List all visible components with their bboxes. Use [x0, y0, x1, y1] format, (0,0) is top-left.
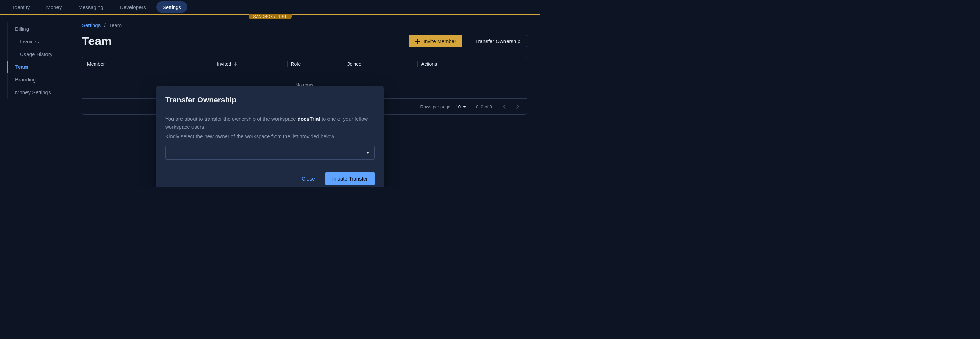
rows-per-page-label: Rows per page: — [420, 104, 452, 109]
col-actions: Actions — [417, 61, 522, 67]
sandbox-badge: SANDBOX / TEST — [249, 14, 292, 19]
rows-per-page-select[interactable]: 10 — [456, 104, 466, 109]
owner-select[interactable] — [165, 146, 375, 160]
sidebar-item-team[interactable]: Team — [6, 60, 72, 73]
table-header: Member Invited Role Joined Actions — [82, 57, 527, 71]
nav-messaging[interactable]: Messaging — [72, 2, 110, 13]
nav-money[interactable]: Money — [40, 2, 68, 13]
transfer-ownership-modal: Transfer Ownership You are about to tran… — [156, 86, 383, 187]
close-button[interactable]: Close — [300, 172, 316, 185]
initiate-transfer-button[interactable]: Initiate Transfer — [325, 172, 375, 185]
col-joined[interactable]: Joined — [344, 61, 418, 67]
rows-per-page-value: 10 — [456, 104, 461, 109]
sidebar-item-money-settings[interactable]: Money Settings — [6, 86, 72, 99]
breadcrumb-current: Team — [109, 22, 122, 28]
col-invited-label: Invited — [217, 61, 231, 67]
sidebar-item-branding[interactable]: Branding — [6, 73, 72, 86]
nav-settings[interactable]: Settings — [156, 2, 187, 13]
prev-page-icon[interactable] — [502, 103, 508, 110]
page-title: Team — [82, 34, 111, 48]
sidebar-item-billing[interactable]: Billing — [6, 22, 72, 35]
modal-line2: Kindly select the new owner of the works… — [165, 132, 375, 140]
caret-down-icon — [366, 152, 369, 154]
next-page-icon[interactable] — [514, 103, 520, 110]
modal-line1: You are about to transfer the ownership … — [165, 115, 375, 131]
plus-icon — [415, 39, 420, 44]
caret-down-icon — [463, 106, 466, 108]
sidebar-item-usage-history[interactable]: Usage History — [6, 48, 72, 60]
top-nav: Identity Money Messaging Developers Sett… — [0, 0, 540, 14]
invite-member-label: Invite Member — [423, 38, 456, 44]
breadcrumb-root[interactable]: Settings — [82, 22, 100, 28]
modal-title: Transfer Ownership — [165, 95, 375, 105]
page-range: 0–0 of 0 — [476, 104, 492, 109]
sidebar: Billing Invoices Usage History Team Bran… — [0, 22, 72, 115]
modal-workspace-name: docsTrial — [298, 116, 320, 122]
breadcrumb: Settings / Team — [82, 22, 527, 28]
modal-line1-pre: You are about to transfer the ownership … — [165, 116, 298, 122]
col-role[interactable]: Role — [287, 61, 344, 67]
breadcrumb-sep: / — [104, 22, 105, 28]
transfer-ownership-button[interactable]: Transfer Ownership — [469, 35, 527, 48]
transfer-ownership-label: Transfer Ownership — [475, 38, 520, 44]
col-invited[interactable]: Invited — [213, 61, 287, 67]
nav-identity[interactable]: Identity — [7, 2, 36, 13]
nav-developers[interactable]: Developers — [114, 2, 152, 13]
col-member[interactable]: Member — [87, 61, 213, 67]
accent-line: SANDBOX / TEST — [0, 14, 540, 15]
arrow-down-icon — [233, 62, 238, 67]
invite-member-button[interactable]: Invite Member — [409, 35, 463, 48]
sidebar-item-invoices[interactable]: Invoices — [6, 35, 72, 48]
